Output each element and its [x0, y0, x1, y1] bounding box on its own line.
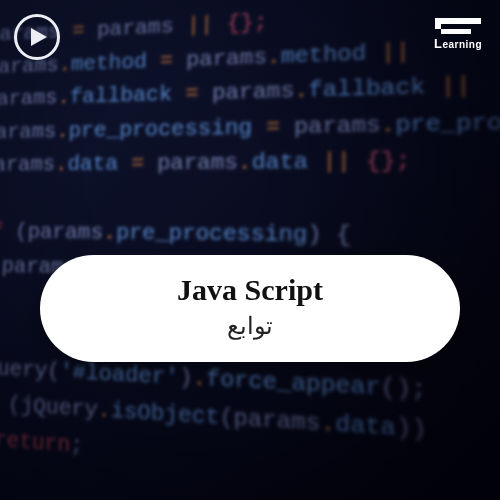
play-button[interactable]	[14, 14, 60, 60]
brand-label: Learning	[434, 36, 482, 51]
brand-badge: Learning	[434, 18, 482, 51]
code-background: params = params || {}; params.method = p…	[0, 0, 500, 500]
course-card: params = params || {}; params.method = p…	[0, 0, 500, 500]
brand-logo-icon	[435, 18, 481, 34]
svg-marker-0	[31, 28, 47, 46]
course-title: Java Script	[60, 273, 440, 306]
course-subtitle: توابع	[60, 312, 440, 340]
play-icon	[31, 28, 47, 46]
title-pill: Java Script توابع	[40, 255, 460, 362]
